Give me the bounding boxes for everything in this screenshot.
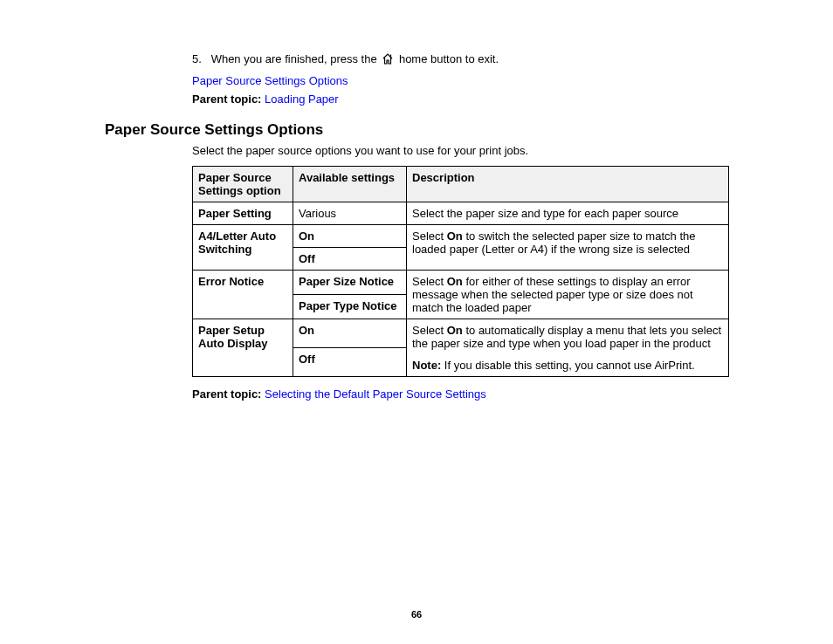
cell-setting: Off bbox=[293, 248, 407, 271]
cell-option: Paper Setting bbox=[193, 202, 293, 225]
cell-setting: Paper Type Notice bbox=[293, 295, 407, 319]
settings-table: Paper Source Settings option Available s… bbox=[192, 166, 729, 377]
cell-setting: On bbox=[293, 319, 407, 348]
table-row: Error Notice Paper Size Notice Select On… bbox=[193, 271, 729, 295]
cell-option: A4/Letter Auto Switching bbox=[193, 225, 293, 271]
cell-setting: On bbox=[293, 225, 407, 248]
parent-topic-link[interactable]: Loading Paper bbox=[265, 92, 339, 106]
section-heading: Paper Source Settings Options bbox=[105, 121, 728, 139]
cell-description: Select On for either of these settings t… bbox=[407, 271, 729, 319]
th-description: Description bbox=[407, 167, 729, 202]
parent-topic-label: Parent topic: bbox=[192, 92, 261, 106]
table-header-row: Paper Source Settings option Available s… bbox=[193, 167, 729, 202]
cell-setting: Off bbox=[293, 348, 407, 377]
instruction-step: 5. When you are finished, press the home… bbox=[192, 52, 728, 67]
parent-topic-line: Parent topic: Loading Paper bbox=[192, 92, 728, 106]
page-number: 66 bbox=[0, 609, 833, 620]
table-row: A4/Letter Auto Switching On Select On to… bbox=[193, 225, 729, 248]
th-option: Paper Source Settings option bbox=[193, 167, 293, 202]
related-link[interactable]: Paper Source Settings Options bbox=[192, 74, 348, 87]
step-number: 5. bbox=[192, 52, 208, 65]
table-row: Paper Setup Auto Display On Select On to… bbox=[193, 319, 729, 348]
step-text-before: When you are finished, press the bbox=[211, 52, 381, 65]
cell-option: Error Notice bbox=[193, 271, 293, 319]
parent-topic-link[interactable]: Selecting the Default Paper Source Setti… bbox=[265, 387, 486, 401]
cell-description: Select On to automatically display a men… bbox=[407, 319, 729, 377]
table-row: Paper Setting Various Select the paper s… bbox=[193, 202, 729, 225]
step-text-after: home button to exit. bbox=[396, 52, 499, 65]
cell-setting: Paper Size Notice bbox=[293, 271, 407, 295]
parent-topic-label: Parent topic: bbox=[192, 387, 261, 401]
cell-description: Select the paper size and type for each … bbox=[407, 202, 729, 225]
cell-setting: Various bbox=[293, 202, 407, 225]
cell-option: Paper Setup Auto Display bbox=[193, 319, 293, 377]
section-intro: Select the paper source options you want… bbox=[192, 144, 728, 157]
th-settings: Available settings bbox=[293, 167, 407, 202]
cell-description: Select On to switch the selected paper s… bbox=[407, 225, 729, 271]
home-icon bbox=[382, 53, 394, 67]
parent-topic-line: Parent topic: Selecting the Default Pape… bbox=[192, 387, 728, 401]
